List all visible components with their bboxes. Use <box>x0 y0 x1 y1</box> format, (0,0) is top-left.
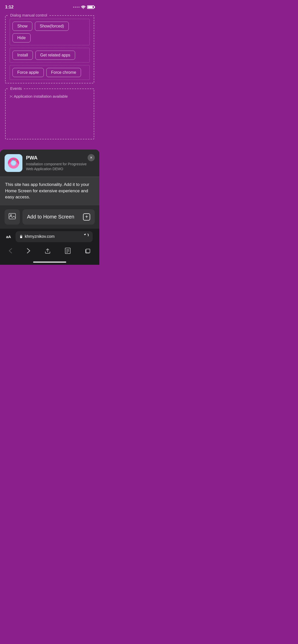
wifi-icon <box>81 5 86 9</box>
add-to-home-row: Add to Home Screen + <box>0 205 99 229</box>
bottom-nav <box>0 245 99 261</box>
hide-button[interactable]: Hide <box>12 33 31 42</box>
btn-row-2: Install Get related apps <box>12 51 87 60</box>
add-to-home-screen-button[interactable]: Add to Home Screen + <box>22 209 95 225</box>
bookmarks-button[interactable] <box>62 247 73 256</box>
battery-icon <box>87 5 94 9</box>
home-indicator <box>0 261 99 265</box>
back-button[interactable] <box>6 247 15 256</box>
close-sheet-button[interactable]: × <box>88 154 95 161</box>
svg-rect-9 <box>20 236 22 238</box>
browser-bar: aA khmyznikov.com <box>0 229 99 245</box>
force-apple-button[interactable]: Force apple <box>12 68 44 77</box>
app-image-icon-square <box>5 209 20 225</box>
pwa-header: PWA Installation component for Progressi… <box>0 150 99 177</box>
plus-square-icon: + <box>83 213 90 221</box>
event-item: >: Application installation available <box>10 93 90 99</box>
pwa-title: PWA <box>26 155 88 161</box>
get-related-apps-button[interactable]: Get related apps <box>35 51 75 60</box>
tabs-button[interactable] <box>83 247 93 256</box>
url-bar[interactable]: khmyznikov.com <box>16 231 93 242</box>
dialog-control-section: Dialog manual control Show Show(forced) … <box>5 15 94 83</box>
aa-button[interactable]: aA <box>4 233 13 240</box>
status-time: 1:12 <box>5 5 13 10</box>
svg-rect-14 <box>86 249 90 253</box>
image-icon <box>9 213 16 221</box>
bottom-sheet: PWA Installation component for Progressi… <box>0 150 99 265</box>
events-section: Events >: Application installation avail… <box>5 89 94 139</box>
donut-icon <box>6 156 21 170</box>
pwa-app-icon <box>5 154 22 172</box>
btn-row-1: Show Show(forced) Hide <box>12 22 87 42</box>
url-display: khmyznikov.com <box>20 234 55 239</box>
status-icons <box>73 5 94 9</box>
pwa-description: Installation component for Progressive W… <box>26 162 88 171</box>
sheet-body-text: This site has app functionality. Add it … <box>0 177 99 205</box>
url-text: khmyznikov.com <box>25 234 55 239</box>
pwa-info: PWA Installation component for Progressi… <box>26 155 88 171</box>
row1-group: Show Show(forced) Hide <box>10 19 90 45</box>
row2-group: Install Get related apps <box>10 48 90 63</box>
refresh-button[interactable] <box>84 234 89 240</box>
forward-button[interactable] <box>24 247 33 256</box>
add-to-home-label: Add to Home Screen <box>27 214 74 220</box>
status-bar: 1:12 <box>0 0 99 13</box>
row3-group: Force apple Force chrome <box>10 65 90 80</box>
force-chrome-button[interactable]: Force chrome <box>46 68 81 77</box>
signal-icon <box>73 7 79 8</box>
btn-row-3: Force apple Force chrome <box>12 68 87 77</box>
show-button[interactable]: Show <box>12 22 32 31</box>
lock-icon <box>20 235 23 238</box>
events-label: Events <box>9 86 23 91</box>
install-button[interactable]: Install <box>12 51 33 60</box>
dialog-control-label: Dialog manual control <box>9 13 49 17</box>
svg-rect-7 <box>9 213 16 219</box>
show-forced-button[interactable]: Show(forced) <box>35 22 69 31</box>
share-button[interactable] <box>42 247 53 256</box>
home-bar <box>33 261 66 263</box>
main-area: Dialog manual control Show Show(forced) … <box>0 13 99 150</box>
svg-point-8 <box>10 214 12 216</box>
